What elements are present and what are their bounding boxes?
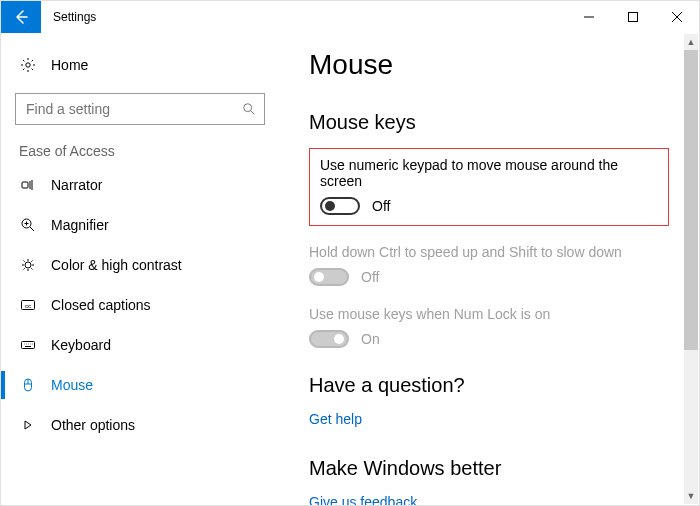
toggle-state: Off — [372, 198, 390, 214]
mouse-icon — [19, 377, 37, 393]
toggle-knob — [325, 201, 335, 211]
section-title-mouse-keys: Mouse keys — [309, 111, 669, 134]
svg-rect-0 — [629, 13, 638, 22]
scroll-up-arrow[interactable]: ▲ — [684, 34, 698, 50]
category-label: Ease of Access — [1, 139, 279, 165]
contrast-icon — [19, 257, 37, 273]
sidebar: Home Ease of Access Narrator Magnifier C… — [1, 33, 279, 505]
search-input[interactable] — [24, 100, 242, 118]
app-title: Settings — [41, 1, 108, 33]
arrow-left-icon — [13, 9, 29, 25]
window-controls — [567, 1, 699, 33]
scrollbar-thumb[interactable] — [684, 50, 698, 350]
back-button[interactable] — [1, 1, 41, 33]
nav-label: Closed captions — [51, 297, 151, 313]
maximize-button[interactable] — [611, 1, 655, 33]
content-area: Home Ease of Access Narrator Magnifier C… — [1, 33, 699, 505]
nav-label: Keyboard — [51, 337, 111, 353]
svg-rect-8 — [22, 342, 35, 349]
minimize-button[interactable] — [567, 1, 611, 33]
svg-text:cc: cc — [25, 303, 31, 309]
magnifier-icon — [19, 217, 37, 233]
sidebar-item-other-options[interactable]: Other options — [1, 405, 279, 445]
toggle-state: On — [361, 331, 380, 347]
setting-label: Use numeric keypad to move mouse around … — [320, 157, 658, 189]
section-title-improve: Make Windows better — [309, 457, 669, 480]
toggle-knob — [314, 272, 324, 282]
search-icon — [242, 102, 256, 116]
gear-icon — [19, 57, 37, 73]
main-pane: Mouse Mouse keys Use numeric keypad to m… — [279, 33, 699, 505]
maximize-icon — [628, 12, 638, 22]
give-feedback-link[interactable]: Give us feedback — [309, 494, 417, 505]
svg-point-5 — [25, 262, 31, 268]
titlebar: Settings — [1, 1, 699, 33]
scroll-down-arrow[interactable]: ▼ — [684, 488, 698, 504]
toggle-row: On — [309, 330, 669, 348]
toggle-switch — [309, 330, 349, 348]
svg-point-1 — [26, 63, 30, 67]
toggle-row: Off — [320, 197, 658, 215]
close-icon — [672, 12, 682, 22]
sidebar-item-magnifier[interactable]: Magnifier — [1, 205, 279, 245]
nav-label: Other options — [51, 417, 135, 433]
get-help-link[interactable]: Get help — [309, 411, 362, 427]
setting-num-lock: Use mouse keys when Num Lock is on On — [309, 306, 669, 348]
svg-rect-3 — [22, 182, 28, 188]
sidebar-item-mouse[interactable]: Mouse — [1, 365, 279, 405]
search-box[interactable] — [15, 93, 265, 125]
toggle-knob — [334, 334, 344, 344]
other-options-icon — [19, 417, 37, 433]
nav-label: Mouse — [51, 377, 93, 393]
setting-label: Hold down Ctrl to speed up and Shift to … — [309, 244, 669, 260]
setting-numeric-keypad: Use numeric keypad to move mouse around … — [320, 157, 658, 215]
home-label: Home — [51, 57, 88, 73]
toggle-switch — [309, 268, 349, 286]
nav-label: Color & high contrast — [51, 257, 182, 273]
minimize-icon — [584, 12, 594, 22]
sidebar-item-closed-captions[interactable]: cc Closed captions — [1, 285, 279, 325]
closed-captions-icon: cc — [19, 297, 37, 313]
sidebar-item-narrator[interactable]: Narrator — [1, 165, 279, 205]
keyboard-icon — [19, 337, 37, 353]
setting-label: Use mouse keys when Num Lock is on — [309, 306, 669, 322]
sidebar-item-keyboard[interactable]: Keyboard — [1, 325, 279, 365]
nav-label: Magnifier — [51, 217, 109, 233]
highlight-box: Use numeric keypad to move mouse around … — [309, 148, 669, 226]
toggle-row: Off — [309, 268, 669, 286]
narrator-icon — [19, 177, 37, 193]
toggle-state: Off — [361, 269, 379, 285]
setting-ctrl-shift: Hold down Ctrl to speed up and Shift to … — [309, 244, 669, 286]
vertical-scrollbar[interactable]: ▲ ▼ — [684, 34, 698, 504]
close-button[interactable] — [655, 1, 699, 33]
svg-point-2 — [244, 104, 252, 112]
section-title-question: Have a question? — [309, 374, 669, 397]
page-title: Mouse — [309, 49, 669, 81]
toggle-switch[interactable] — [320, 197, 360, 215]
nav-label: Narrator — [51, 177, 102, 193]
titlebar-spacer — [108, 1, 567, 33]
sidebar-item-color-contrast[interactable]: Color & high contrast — [1, 245, 279, 285]
sidebar-item-home[interactable]: Home — [1, 45, 279, 85]
